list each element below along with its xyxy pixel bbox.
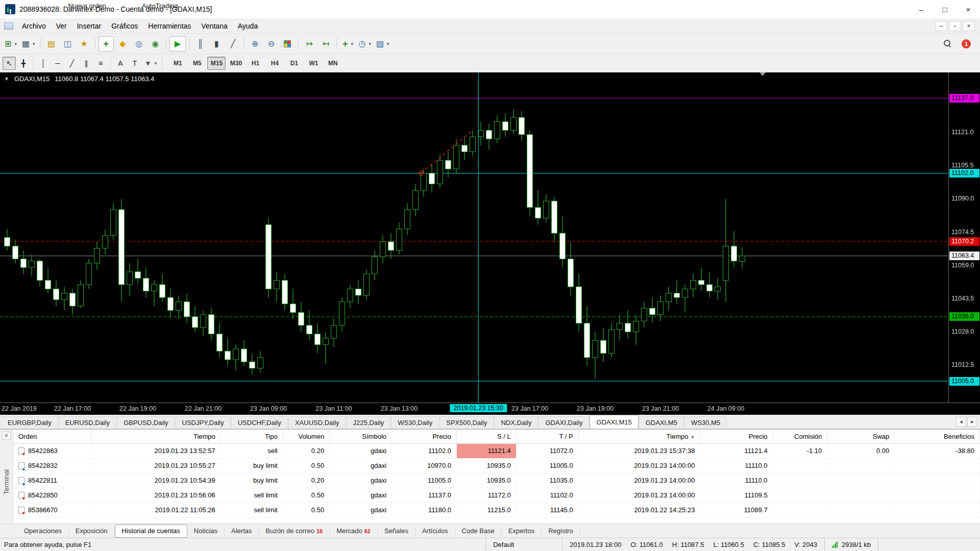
timeframe-h1[interactable]: H1	[246, 57, 264, 70]
timeframe-m1[interactable]: M1	[168, 57, 187, 70]
terminal-tab-registro[interactable]: Registro	[542, 525, 580, 537]
history-row[interactable]: ▼854228502019.01.23 10:56:06sell limit0.…	[13, 488, 980, 503]
history-row[interactable]: ▲854228322019.01.23 10:55:27buy limit0.5…	[13, 458, 980, 473]
history-row[interactable]: ▼853866702019.01.22 11:05:26sell limit0.…	[13, 503, 980, 517]
chart-restore-button[interactable]: ▫	[949, 21, 961, 31]
profiles-button[interactable]: ▦▾	[20, 36, 37, 52]
timeframe-d1[interactable]: D1	[285, 57, 303, 70]
terminal-tab-mercado[interactable]: Mercado62	[330, 525, 378, 537]
column-header-swap[interactable]: Swap	[827, 430, 895, 443]
price-axis[interactable]: 11121.011105.511090.011074.511059.011043…	[948, 72, 980, 403]
zoom-in-button[interactable]: ⊕	[247, 36, 262, 52]
menu-ver[interactable]: Ver	[51, 20, 72, 32]
data-window-button[interactable]: ◫	[60, 36, 76, 52]
timeframe-mn[interactable]: MN	[324, 57, 342, 70]
line-chart-button[interactable]: ╱	[225, 36, 240, 52]
tabs-scroll-left-icon[interactable]: ◂	[956, 417, 966, 427]
terminal-tab-expertos[interactable]: Expertos	[502, 525, 542, 537]
templates-button[interactable]: ▧▾	[374, 36, 391, 52]
fibonacci-button[interactable]: ≡	[94, 57, 107, 70]
column-header-precio[interactable]: Precio	[392, 430, 457, 443]
column-header-orden[interactable]: Orden	[13, 430, 91, 443]
horizontal-line-button[interactable]: ─	[51, 57, 64, 70]
chart-tab-eurusd-daily[interactable]: EURUSD,Daily	[59, 416, 116, 429]
market-watch-button[interactable]: ▤	[44, 36, 59, 52]
tile-windows-button[interactable]	[280, 36, 295, 52]
text-label-button[interactable]: T	[128, 57, 141, 70]
tabs-scroll-right-icon[interactable]: ▸	[967, 417, 977, 427]
column-header-comision[interactable]: Comisión	[773, 430, 827, 443]
menu-graficos[interactable]: Gráficos	[106, 20, 143, 32]
chart-tab-usdchf-daily[interactable]: USDCHF,Daily	[231, 416, 288, 429]
column-header-beneficios[interactable]: Beneficios	[895, 430, 980, 443]
status-profile[interactable]: Default	[485, 538, 562, 551]
column-header-s-l[interactable]: S / L	[456, 430, 516, 443]
maximize-button[interactable]: □	[933, 0, 957, 18]
auto-scroll-button[interactable]: ↦	[302, 36, 317, 52]
chart-tab-gdaxi-m15[interactable]: GDAXI,M15	[590, 415, 638, 429]
crosshair-button[interactable]: ╋	[17, 57, 30, 70]
zoom-out-button[interactable]: ⊖	[263, 36, 279, 52]
terminal-tab-buzon-de-correo[interactable]: Buzón de correo16	[259, 525, 330, 537]
terminal-tab-exposicion[interactable]: Exposición	[69, 525, 115, 537]
strategy-tester-button[interactable]: ◎	[131, 36, 146, 52]
menu-herramientas[interactable]: Herramientas	[143, 20, 196, 32]
search-button[interactable]	[940, 36, 955, 52]
terminal-tab-senales[interactable]: Señales	[378, 525, 415, 537]
timeframe-w1[interactable]: W1	[304, 57, 323, 70]
arrows-button[interactable]: ▼▾	[142, 57, 159, 70]
bars-chart-button[interactable]: ║	[192, 36, 208, 52]
chart-minimize-button[interactable]: –	[935, 21, 947, 31]
minimize-button[interactable]: –	[910, 0, 933, 18]
chart-tab-j225-daily[interactable]: J225,Daily	[347, 416, 391, 429]
column-header-precio[interactable]: Precio	[700, 430, 773, 443]
chart-canvas[interactable]	[0, 72, 948, 403]
terminal-tab-operaciones[interactable]: Operaciones	[17, 525, 69, 537]
chart-tab-ws30-m5[interactable]: WS30,M5	[684, 416, 727, 429]
candlestick-chart-button[interactable]: ▮	[209, 36, 224, 52]
equidistant-channel-button[interactable]: ∥	[80, 57, 93, 70]
timeframe-m5[interactable]: M5	[188, 57, 206, 70]
timeframe-m15[interactable]: M15	[207, 57, 226, 70]
chart-tab-gdaxi-daily[interactable]: GDAXI,Daily	[538, 416, 589, 429]
chart-tab-eurgbp-daily[interactable]: EURGBP,Daily	[1, 416, 58, 429]
history-row[interactable]: ▼854228632019.01.23 13:52:57sell0.20gdax…	[13, 443, 980, 458]
chart-tab-gbpusd-daily[interactable]: GBPUSD,Daily	[117, 416, 175, 429]
chart-close-button[interactable]: ×	[963, 21, 975, 31]
chart-menu-icon[interactable]: ▼	[4, 76, 9, 82]
metaeditor-button[interactable]: ◆	[115, 36, 130, 52]
column-header-tipo[interactable]: Tipo	[220, 430, 283, 443]
timeframe-m30[interactable]: M30	[227, 57, 245, 70]
column-header-tiempo[interactable]: Tiempo	[91, 430, 220, 443]
community-button[interactable]: ◉	[148, 36, 163, 52]
column-header-volumen[interactable]: Volumen	[283, 430, 329, 443]
history-row[interactable]: ▲854228112019.01.23 10:54:39buy limit0.2…	[13, 473, 980, 488]
chart-tab-gdaxi-m5[interactable]: GDAXI,M5	[639, 416, 684, 429]
menu-ayuda[interactable]: Ayuda	[233, 20, 263, 32]
terminal-tab-articulos[interactable]: Artículos	[415, 525, 455, 537]
indicators-button[interactable]: +▾	[340, 36, 355, 52]
new-chart-button[interactable]: ⊞▾	[3, 36, 19, 52]
chart-tab-ndx-daily[interactable]: NDX,Daily	[494, 416, 538, 429]
text-button[interactable]: A	[114, 57, 127, 70]
menu-insertar[interactable]: Insertar	[72, 20, 106, 32]
chart-tab-spx500-daily[interactable]: SPX500,Daily	[439, 416, 494, 429]
new-order-button[interactable]: +Nueva orden	[99, 36, 114, 52]
menu-archivo[interactable]: Archivo	[17, 20, 51, 32]
column-header-t-p[interactable]: T / P	[516, 430, 578, 443]
terminal-tab-historial-de-cuentas[interactable]: Historial de cuentas	[115, 524, 187, 538]
chart-shift-button[interactable]: ↤	[318, 36, 333, 52]
trendline-button[interactable]: ╱	[65, 57, 79, 70]
notifications-badge[interactable]: 1	[962, 39, 971, 48]
autotrading-button[interactable]: ▶AutoTrading	[169, 36, 186, 52]
column-header-tiempo-close[interactable]: Tiempo▼	[578, 430, 700, 443]
close-button[interactable]: ×	[957, 0, 980, 18]
cursor-button[interactable]: ↖	[3, 57, 16, 70]
chart-tab-ws30-daily[interactable]: WS30,Daily	[391, 416, 439, 429]
menu-ventana[interactable]: Ventana	[196, 20, 232, 32]
terminal-tab-code-base[interactable]: Code Base	[455, 525, 502, 537]
terminal-tab-noticias[interactable]: Noticias	[187, 525, 225, 537]
navigator-button[interactable]: ★	[77, 36, 92, 52]
terminal-close-icon[interactable]: ×	[2, 432, 11, 440]
timeframe-h4[interactable]: H4	[265, 57, 284, 70]
